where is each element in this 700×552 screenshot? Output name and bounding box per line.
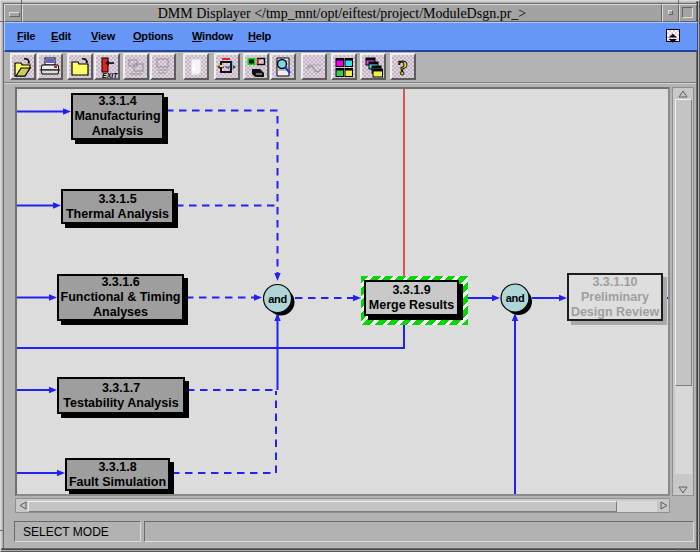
svg-text:?: ? xyxy=(398,56,409,80)
svg-text:and: and xyxy=(506,292,525,304)
svg-text:and: and xyxy=(268,293,287,305)
svg-text:EXIT: EXIT xyxy=(102,72,118,79)
